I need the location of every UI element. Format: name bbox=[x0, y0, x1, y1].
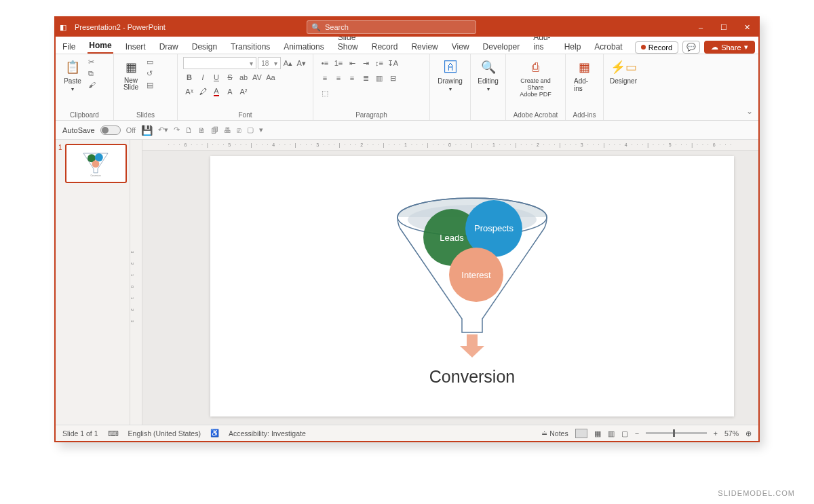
paste-button[interactable]: 📋Paste▾ bbox=[61, 57, 84, 94]
clear-format-icon[interactable]: Aᵡ bbox=[183, 85, 195, 98]
collapse-ribbon-icon[interactable]: ⌄ bbox=[746, 106, 753, 116]
tab-acrobat[interactable]: Acrobat bbox=[593, 40, 623, 54]
fit-window-icon[interactable]: ⊕ bbox=[745, 429, 752, 438]
slide-thumbnail-1[interactable]: Conversion bbox=[65, 144, 127, 183]
tab-draw[interactable]: Draw bbox=[158, 40, 180, 54]
search-input[interactable] bbox=[325, 23, 471, 31]
tab-animations[interactable]: Animations bbox=[282, 40, 325, 54]
copy-icon[interactable]: ⧉ bbox=[88, 69, 99, 78]
spellcheck-icon[interactable]: ⌨ bbox=[108, 429, 119, 438]
indent-dec-icon[interactable]: ⇤ bbox=[346, 57, 358, 69]
editing-button[interactable]: 🔍Editing▾ bbox=[476, 57, 500, 94]
tab-file[interactable]: File bbox=[61, 40, 77, 54]
designer-button[interactable]: ⚡▭Designer bbox=[609, 57, 638, 86]
qat-icon-1[interactable]: 🗋 bbox=[185, 126, 193, 134]
underline-button[interactable]: U bbox=[210, 71, 222, 83]
tab-transitions[interactable]: Transitions bbox=[229, 40, 271, 54]
text-direction-icon[interactable]: ↧A bbox=[387, 57, 399, 69]
drawing-button[interactable]: 🄰Drawing▾ bbox=[435, 57, 465, 94]
slide-canvas[interactable]: Leads Prospects Interest Conversion bbox=[210, 156, 734, 416]
tab-view[interactable]: View bbox=[450, 40, 471, 54]
undo-icon[interactable]: ↶▾ bbox=[158, 125, 168, 134]
close-button[interactable]: ✕ bbox=[735, 18, 758, 37]
spacing-button[interactable]: AV bbox=[251, 71, 263, 83]
superscript-icon[interactable]: A² bbox=[237, 85, 250, 98]
qat-icon-2[interactable]: 🗎 bbox=[198, 126, 206, 134]
font-family-select[interactable]: ▾ bbox=[183, 57, 256, 69]
tab-record[interactable]: Record bbox=[370, 40, 400, 54]
qat-icon-3[interactable]: 🗐 bbox=[211, 126, 218, 134]
group-paragraph: •≡ 1≡ ⇤ ⇥ ↕≡ ↧A ≡ ≡ ≡ ≣ ▥ ⊟ ⬚ bbox=[313, 54, 430, 120]
normal-view-icon[interactable] bbox=[575, 429, 587, 438]
strike-button[interactable]: S bbox=[224, 71, 236, 83]
search-box[interactable]: 🔍 bbox=[307, 20, 476, 34]
layout-icon[interactable]: ▭ bbox=[147, 57, 157, 66]
funnel-diagram[interactable]: Leads Prospects Interest bbox=[384, 187, 560, 363]
save-icon[interactable]: 💾 bbox=[141, 125, 153, 136]
zoom-out-icon[interactable]: − bbox=[635, 429, 639, 438]
quick-access-toolbar: AutoSave Off 💾 ↶▾ ↷ 🗋 🗎 🗐 🖶 ⎚ ▢ ▾ bbox=[56, 121, 758, 140]
tab-developer[interactable]: Developer bbox=[482, 40, 522, 54]
adobe-pdf-button[interactable]: ⎙Create and Share Adobe PDF bbox=[511, 57, 560, 99]
line-spacing-icon[interactable]: ↕≡ bbox=[373, 57, 385, 69]
columns-icon[interactable]: ▥ bbox=[373, 72, 385, 84]
reset-icon[interactable]: ↺ bbox=[147, 69, 157, 78]
convert-smartart-icon[interactable]: ⬚ bbox=[319, 87, 331, 99]
notes-label: Notes bbox=[549, 429, 568, 438]
notes-button[interactable]: ≐ Notes bbox=[541, 429, 568, 438]
zoom-percent[interactable]: 57% bbox=[724, 429, 739, 438]
highlight-icon[interactable]: 🖍 bbox=[197, 85, 209, 98]
addins-button[interactable]: ▦Add-ins bbox=[571, 57, 598, 94]
numbering-icon[interactable]: 1≡ bbox=[332, 57, 345, 69]
conversion-caption[interactable]: Conversion bbox=[429, 367, 515, 387]
qat-icon-6[interactable]: ▢ bbox=[247, 125, 254, 134]
title-bar: ◧ Presentation2 - PowerPoint 🔍 – ☐ ✕ bbox=[56, 18, 758, 37]
changecase-button[interactable]: Aa bbox=[265, 71, 277, 83]
tab-insert[interactable]: Insert bbox=[124, 40, 147, 54]
font-size-select[interactable]: 18▾ bbox=[258, 57, 281, 69]
cut-icon[interactable]: ✂ bbox=[88, 57, 99, 66]
language-indicator[interactable]: English (United States) bbox=[128, 429, 201, 438]
comments-button[interactable]: 💬 bbox=[682, 41, 700, 54]
tab-help[interactable]: Help bbox=[563, 40, 583, 54]
justify-icon[interactable]: ≣ bbox=[360, 72, 372, 84]
share-button[interactable]: ☁ Share ▾ bbox=[704, 41, 754, 54]
italic-button[interactable]: I bbox=[197, 71, 209, 83]
slideshow-view-icon[interactable]: ▢ bbox=[621, 429, 628, 438]
reading-view-icon[interactable]: ▥ bbox=[608, 429, 615, 438]
accessibility-icon[interactable]: ♿ bbox=[210, 429, 219, 438]
align-text-icon[interactable]: ⊟ bbox=[387, 72, 399, 84]
slide-thumbnails-panel[interactable]: 1 Conversion bbox=[56, 140, 130, 425]
zoom-in-icon[interactable]: + bbox=[714, 429, 718, 438]
designer-label: Designer bbox=[610, 77, 637, 85]
record-button[interactable]: Record bbox=[635, 41, 678, 54]
new-slide-button[interactable]: ▦New Slide bbox=[119, 57, 142, 92]
tab-home[interactable]: Home bbox=[88, 39, 113, 54]
minimize-button[interactable]: – bbox=[689, 18, 712, 37]
autosave-toggle[interactable] bbox=[100, 125, 121, 135]
align-left-icon[interactable]: ≡ bbox=[319, 72, 331, 84]
font-color-icon[interactable]: A bbox=[210, 85, 222, 98]
increase-font-icon[interactable]: A▴ bbox=[282, 57, 294, 69]
redo-icon[interactable]: ↷ bbox=[174, 125, 180, 134]
accessibility-status[interactable]: Accessibility: Investigate bbox=[229, 429, 306, 438]
align-right-icon[interactable]: ≡ bbox=[346, 72, 358, 84]
thumb-number: 1 bbox=[58, 144, 64, 183]
tab-design[interactable]: Design bbox=[191, 40, 218, 54]
tab-review[interactable]: Review bbox=[410, 40, 439, 54]
bullets-icon[interactable]: •≡ bbox=[319, 57, 331, 69]
qat-icon-7[interactable]: ▾ bbox=[259, 125, 263, 134]
qat-print-icon[interactable]: 🖶 bbox=[224, 126, 231, 134]
decrease-font-icon[interactable]: A▾ bbox=[295, 57, 307, 69]
align-center-icon[interactable]: ≡ bbox=[332, 72, 345, 84]
indent-inc-icon[interactable]: ⇥ bbox=[360, 57, 372, 69]
shadow-button[interactable]: ab bbox=[237, 71, 250, 83]
sorter-view-icon[interactable]: ▦ bbox=[594, 429, 601, 438]
section-icon[interactable]: ▤ bbox=[147, 80, 157, 90]
more-font-icon[interactable]: A bbox=[224, 85, 236, 98]
bold-button[interactable]: B bbox=[183, 71, 195, 83]
maximize-button[interactable]: ☐ bbox=[712, 18, 735, 37]
zoom-slider[interactable] bbox=[646, 432, 707, 434]
qat-icon-5[interactable]: ⎚ bbox=[237, 126, 241, 134]
format-painter-icon[interactable]: 🖌 bbox=[88, 80, 99, 90]
